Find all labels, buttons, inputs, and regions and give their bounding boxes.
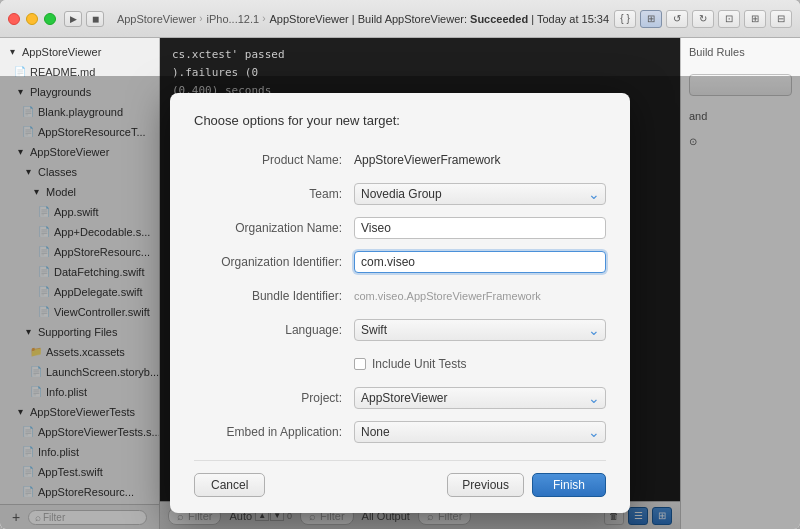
form-row-org-id: Organization Identifier: [194, 250, 606, 274]
finish-button[interactable]: Finish [532, 473, 606, 497]
team-label: Team: [194, 187, 354, 201]
traffic-lights [8, 13, 56, 25]
modal-dialog: Choose options for your new target: Prod… [170, 93, 630, 513]
stop-button[interactable]: ◼ [86, 11, 104, 27]
form-row-unit-tests: Include Unit Tests [194, 352, 606, 376]
close-button[interactable] [8, 13, 20, 25]
previous-button[interactable]: Previous [447, 473, 524, 497]
title-bar: ▶ ◼ AppStoreViewer › iPho...12.1 › AppSt… [0, 0, 800, 38]
unit-tests-label: Include Unit Tests [372, 357, 467, 371]
form-row-project: Project: AppStoreViewer ⌄ [194, 386, 606, 410]
modal-title: Choose options for your new target: [194, 113, 606, 128]
play-button[interactable]: ▶ [64, 11, 82, 27]
language-select-wrapper: Swift Objective-C ⌄ [354, 319, 606, 341]
product-name-label: Product Name: [194, 153, 354, 167]
project-label: Project: [194, 391, 354, 405]
inspector-button[interactable]: ⊞ [744, 10, 766, 28]
build-status: AppStoreViewer | Build AppStoreViewer: S… [269, 13, 609, 25]
form-row-product-name: Product Name: AppStoreViewerFramework [194, 148, 606, 172]
product-name-value: AppStoreViewerFramework [354, 153, 606, 167]
form-row-language: Language: Swift Objective-C ⌄ [194, 318, 606, 342]
build-rules-title: Build Rules [681, 38, 800, 66]
project-select-wrapper: AppStoreViewer ⌄ [354, 387, 606, 409]
log-line: cs.xctest' passed [172, 46, 668, 64]
form-row-org-name: Organization Name: [194, 216, 606, 240]
grid-view-button[interactable]: ⊞ [640, 10, 662, 28]
cancel-button[interactable]: Cancel [194, 473, 265, 497]
org-name-input[interactable] [354, 217, 606, 239]
org-name-label: Organization Name: [194, 221, 354, 235]
unit-tests-checkbox[interactable] [354, 358, 366, 370]
bundle-id-label: Bundle Identifier: [194, 289, 354, 303]
title-bar-center: AppStoreViewer › iPho...12.1 › AppStoreV… [112, 13, 614, 25]
embed-label: Embed in Application: [194, 425, 354, 439]
chevron-down-icon: ▾ [6, 43, 18, 61]
breadcrumb-label: AppStoreViewer [117, 13, 196, 25]
form-row-embed: Embed in Application: None ⌄ [194, 420, 606, 444]
bundle-id-value: com.viseo.AppStoreViewerFramework [354, 290, 541, 302]
title-bar-right: { } ⊞ ↺ ↻ ⊡ ⊞ ⊟ [614, 10, 792, 28]
form-row-bundle-id: Bundle Identifier: com.viseo.AppStoreVie… [194, 284, 606, 308]
team-select[interactable]: Novedia Group None [354, 183, 606, 205]
embed-select-wrapper: None ⌄ [354, 421, 606, 443]
forward-button[interactable]: ↻ [692, 10, 714, 28]
embed-select[interactable]: None [354, 421, 606, 443]
maximize-button[interactable] [44, 13, 56, 25]
form-row-team: Team: Novedia Group None ⌄ [194, 182, 606, 206]
org-identifier-input[interactable] [354, 251, 606, 273]
unit-tests-checkbox-row: Include Unit Tests [354, 357, 606, 371]
language-select[interactable]: Swift Objective-C [354, 319, 606, 341]
modal-footer: Cancel Previous Finish [194, 460, 606, 497]
team-select-wrapper: Novedia Group None ⌄ [354, 183, 606, 205]
split-view-button[interactable]: ⊡ [718, 10, 740, 28]
minimize-button[interactable] [26, 13, 38, 25]
refresh-button[interactable]: ↺ [666, 10, 688, 28]
code-view-button[interactable]: { } [614, 10, 636, 28]
sidebar-label: AppStoreViewer [22, 43, 101, 61]
device-label: iPho...12.1 [207, 13, 260, 25]
sidebar-item-appstoreviewer[interactable]: ▾ AppStoreViewer [0, 42, 159, 62]
layout-button[interactable]: ⊟ [770, 10, 792, 28]
project-select[interactable]: AppStoreViewer [354, 387, 606, 409]
breadcrumb-appstoreviewr[interactable]: AppStoreViewer › [117, 13, 203, 25]
breadcrumb-device[interactable]: iPho...12.1 › [207, 13, 266, 25]
language-label: Language: [194, 323, 354, 337]
playback-controls: ▶ ◼ [64, 11, 104, 27]
modal-overlay: Choose options for your new target: Prod… [0, 76, 800, 529]
org-id-label: Organization Identifier: [194, 255, 354, 269]
app-body: ▾ AppStoreViewer 📄 README.md ▾ Playgroun… [0, 38, 800, 529]
